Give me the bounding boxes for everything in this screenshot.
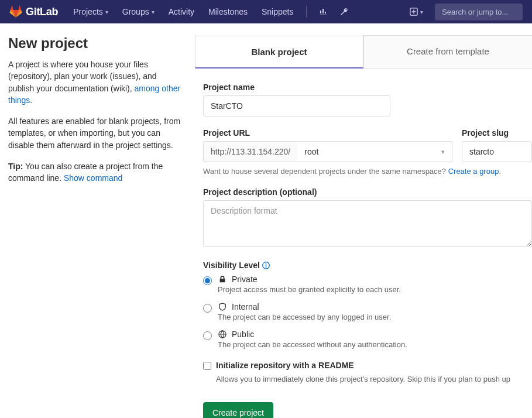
visibility-private-radio[interactable] [203,276,212,285]
logo[interactable]: GitLab [9,5,58,18]
description-textarea[interactable] [203,200,532,247]
project-name-input[interactable] [203,95,390,117]
visibility-private[interactable]: Private Project access must be granted e… [203,275,532,294]
side-panel: New project A project is where you house… [8,35,181,418]
chart-icon [318,7,328,16]
tab-blank-project[interactable]: Blank project [195,36,363,68]
nav-divider [306,6,307,18]
side-intro: A project is where you house your files … [8,59,181,106]
nav-milestones[interactable]: Milestones [202,4,253,20]
shield-icon [218,303,227,311]
plus-square-icon [410,8,418,16]
chevron-down-icon: ▾ [152,9,155,15]
visibility-public[interactable]: Public The project can be accessed witho… [203,330,532,349]
visibility-internal[interactable]: Internal The project can be accessed by … [203,302,532,321]
search-input[interactable] [435,4,523,20]
nav-search [435,4,523,20]
namespace-hint: Want to house several dependent projects… [203,167,532,176]
chevron-down-icon: ▾ [105,9,108,15]
visibility-label: Visibility Level ⓘ [203,261,532,271]
nav-groups[interactable]: Groups▾ [116,4,160,20]
chevron-down-icon: ▾ [441,148,445,156]
namespace-value: root [304,147,318,156]
nav-projects[interactable]: Projects▾ [67,4,114,20]
initialize-readme[interactable]: Initialize repository with a README [203,361,532,370]
project-url-prefix: http://113.31.154.220/ [203,141,297,162]
project-slug-label: Project slug [462,128,532,138]
globe-icon [218,330,227,338]
project-url-label: Project URL [203,128,452,138]
nav-new-dropdown[interactable]: ▾ [405,5,428,18]
top-nav: GitLab Projects▾ Groups▾ Activity Milest… [0,0,532,23]
initialize-readme-checkbox[interactable] [203,362,211,370]
description-label: Project description (optional) [203,187,532,197]
visibility-internal-radio[interactable] [203,304,212,313]
wrench-icon [339,7,349,16]
create-group-link[interactable]: Create a group [448,167,499,176]
nav-admin-icon[interactable] [335,4,353,20]
nav-activity[interactable]: Activity [163,4,200,20]
page-title: New project [8,35,181,52]
visibility-public-radio[interactable] [203,331,212,340]
gitlab-logo-icon [9,5,22,18]
project-name-label: Project name [203,83,532,92]
nav-metrics-icon[interactable] [314,4,332,20]
nav-snippets[interactable]: Snippets [256,4,299,20]
show-command-link[interactable]: Show command [64,173,122,183]
brand-text: GitLab [26,6,58,18]
project-slug-input[interactable] [462,141,532,162]
initialize-readme-desc: Allows you to immediately clone this pro… [216,375,532,383]
lock-icon [218,275,227,283]
tabs: Blank project Create from template [195,35,532,68]
chevron-down-icon: ▾ [420,9,423,15]
tab-create-from-template[interactable]: Create from template [363,35,532,68]
namespace-select[interactable]: root ▾ [297,141,452,162]
side-features: All features are enabled for blank proje… [8,115,181,151]
nav-menu: Projects▾ Groups▾ Activity Milestones Sn… [67,4,353,20]
side-tip: Tip: You can also create a project from … [8,160,181,184]
help-icon[interactable]: ⓘ [262,261,270,270]
create-project-button[interactable]: Create project [203,402,273,418]
main-panel: Blank project Create from template Proje… [195,35,532,418]
new-project-form: Project name Project URL http://113.31.1… [195,83,532,418]
